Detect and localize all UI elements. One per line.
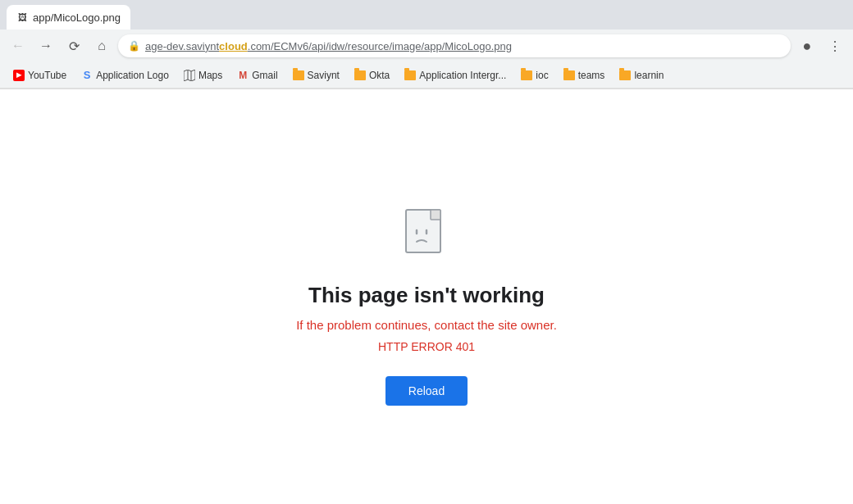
bookmark-maps[interactable]: Maps	[177, 68, 229, 83]
back-button[interactable]: ←	[7, 34, 30, 57]
active-tab[interactable]: 🖼 app/MicoLogo.png	[7, 5, 130, 30]
bookmark-application-intergr[interactable]: Application Intergr...	[398, 68, 513, 83]
bookmark-gmail[interactable]: M Gmail	[230, 68, 284, 83]
address-bar-inner: 🔒 age-dev.saviyntcloud.com/ECMv6/api/idw…	[128, 40, 781, 52]
youtube-icon: ▶	[13, 70, 25, 81]
bookmark-saviynt-label: Saviynt	[308, 70, 340, 81]
error-title: This page isn't working	[308, 283, 545, 308]
bookmark-ioc-label: ioc	[536, 70, 548, 81]
bookmarks-bar: ▶ YouTube S Application Logo Maps M Gmai…	[0, 62, 853, 89]
bookmark-maps-label: Maps	[198, 70, 222, 81]
address-bar-row: ← → ⟳ ⌂ 🔒 age-dev.saviyntcloud.com/ECMv6…	[0, 30, 853, 62]
learnin-folder-icon	[619, 70, 631, 80]
bookmark-learnin-label: learnin	[634, 70, 664, 81]
refresh-button[interactable]: ⟳	[62, 34, 85, 57]
ioc-folder-icon	[521, 70, 532, 80]
okta-folder-icon	[354, 70, 366, 80]
tab-bar: 🖼 app/MicoLogo.png	[0, 0, 853, 30]
url-rest: .com/ECMv6/api/idw/resource/image/app/Mi…	[248, 40, 512, 52]
application-intergr-folder-icon	[404, 70, 416, 80]
application-logo-icon: S	[81, 70, 93, 81]
address-bar[interactable]: 🔒 age-dev.saviyntcloud.com/ECMv6/api/idw…	[118, 34, 791, 57]
tab-favicon: 🖼	[16, 11, 28, 23]
error-icon-container	[402, 206, 451, 263]
bookmark-saviynt[interactable]: Saviynt	[286, 68, 346, 83]
svg-marker-0	[184, 70, 195, 81]
error-document-icon	[402, 206, 451, 263]
reload-button[interactable]: Reload	[385, 376, 468, 406]
bookmark-teams[interactable]: teams	[557, 68, 612, 83]
error-subtitle: If the problem continues, contact the si…	[296, 318, 557, 332]
error-code: HTTP ERROR 401	[378, 340, 475, 353]
url-text: age-dev.saviyntcloud.com/ECMv6/api/idw/r…	[145, 40, 781, 52]
svg-rect-4	[431, 210, 440, 220]
browser-chrome: 🖼 app/MicoLogo.png ← → ⟳ ⌂ 🔒 age-dev.sav…	[0, 0, 853, 89]
url-base: age-dev.saviynt	[145, 40, 219, 52]
bookmark-application-intergr-label: Application Intergr...	[419, 70, 506, 81]
bookmark-okta[interactable]: Okta	[348, 68, 396, 83]
bookmark-okta-label: Okta	[369, 70, 390, 81]
bookmark-learnin[interactable]: learnin	[613, 68, 670, 83]
url-highlight: cloud	[219, 40, 248, 52]
gmail-icon: M	[237, 70, 249, 81]
profile-button[interactable]: ●	[796, 34, 819, 57]
bookmark-teams-label: teams	[578, 70, 605, 81]
error-page: This page isn't working If the problem c…	[0, 89, 853, 504]
bookmark-application-logo[interactable]: S Application Logo	[75, 68, 176, 83]
bookmark-youtube-label: YouTube	[28, 70, 66, 81]
saviynt-folder-icon	[293, 70, 304, 80]
forward-button[interactable]: →	[34, 34, 57, 57]
maps-icon	[184, 70, 195, 81]
bookmark-ioc[interactable]: ioc	[514, 68, 554, 83]
tab-title: app/MicoLogo.png	[33, 11, 121, 24]
bookmark-application-logo-label: Application Logo	[96, 70, 169, 81]
bookmark-gmail-label: Gmail	[252, 70, 277, 81]
teams-folder-icon	[563, 70, 575, 80]
menu-button[interactable]: ⋮	[823, 34, 846, 57]
lock-icon: 🔒	[128, 40, 140, 52]
bookmark-youtube[interactable]: ▶ YouTube	[7, 68, 73, 83]
home-button[interactable]: ⌂	[90, 34, 113, 57]
